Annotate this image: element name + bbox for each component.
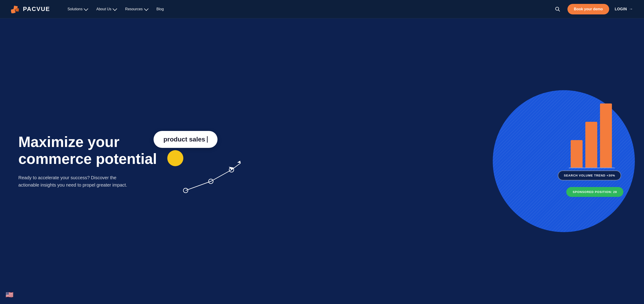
- logo-text: PACVUE: [23, 5, 50, 12]
- chevron-down-icon: [112, 6, 117, 11]
- flag-area[interactable]: 🇺🇸: [6, 291, 14, 299]
- hero-right: product sales SEARCH VOLUME TREND +30%: [160, 92, 626, 230]
- nav-resources[interactable]: Resources: [122, 5, 151, 13]
- bar-2: [585, 122, 597, 168]
- svg-line-9: [232, 163, 241, 170]
- hero-subtitle: Ready to accelerate your success? Discov…: [18, 174, 138, 189]
- nav-links: Solutions About Us Resources Blog: [64, 5, 553, 13]
- bar-3: [600, 103, 612, 168]
- bar-1: [571, 140, 582, 168]
- sponsored-position-badge: SPONSORED POSITION: 28: [566, 187, 623, 197]
- nav-blog[interactable]: Blog: [153, 5, 168, 13]
- search-volume-badge: SEARCH VOLUME TREND +30%: [558, 171, 621, 180]
- svg-line-4: [558, 10, 560, 11]
- bar-baseline: [569, 168, 615, 168]
- product-sales-pill: product sales: [154, 131, 218, 148]
- pacvue-logo-icon: [11, 5, 20, 13]
- hero-circle-bg: [493, 90, 635, 232]
- login-button[interactable]: LOGIN →: [615, 7, 633, 11]
- nav-about-us[interactable]: About Us: [92, 5, 120, 13]
- logo-area[interactable]: PACVUE: [11, 5, 50, 13]
- bar-chart: [571, 103, 612, 168]
- navbar: PACVUE Solutions About Us Resources Blog…: [0, 0, 644, 18]
- search-button[interactable]: [553, 5, 562, 13]
- nav-solutions[interactable]: Solutions: [64, 5, 91, 13]
- nav-right: Book your demo LOGIN →: [553, 4, 633, 14]
- search-icon: [555, 7, 560, 12]
- hero-left: Maximize your commerce potential Ready t…: [18, 134, 160, 188]
- hero-section: Maximize your commerce potential Ready t…: [0, 18, 644, 304]
- hero-title: Maximize your commerce potential: [18, 134, 160, 167]
- chevron-down-icon: [144, 6, 148, 11]
- trend-arrow-svg: [179, 158, 248, 204]
- arrow-right-icon: →: [629, 7, 633, 11]
- svg-rect-2: [15, 8, 19, 11]
- chevron-down-icon: [84, 6, 88, 11]
- cursor-blink: [207, 136, 208, 143]
- us-flag-icon[interactable]: 🇺🇸: [6, 291, 14, 299]
- book-demo-button[interactable]: Book your demo: [568, 4, 609, 14]
- svg-marker-10: [237, 161, 241, 163]
